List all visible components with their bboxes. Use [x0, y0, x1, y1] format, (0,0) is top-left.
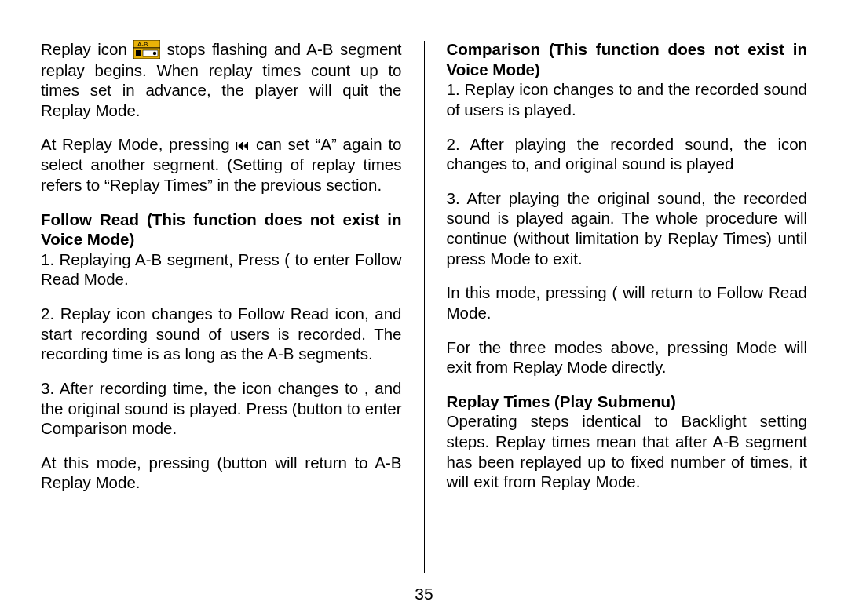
svg-rect-3	[136, 50, 141, 56]
paragraph: 1. Replay icon changes to and the record…	[447, 79, 808, 119]
section-heading-replay-times: Replay Times (Play Submenu)	[447, 392, 808, 412]
text: Replay icon	[41, 40, 133, 58]
paragraph: 3. After recording time, the icon change…	[41, 378, 402, 439]
previous-track-icon: ⏮	[236, 137, 250, 155]
paragraph: For the three modes above, pressing Mode…	[447, 337, 808, 377]
manual-page: Replay icon A-B stops flashing and A-B s…	[0, 0, 848, 616]
paragraph: 2. Replay icon changes to Follow Read ic…	[41, 304, 402, 364]
right-column: Comparison (This function does not exist…	[425, 39, 808, 573]
replay-ab-icon: A-B	[133, 40, 160, 59]
page-number: 35	[0, 585, 848, 603]
paragraph: 2. After playing the recorded sound, the…	[447, 134, 808, 174]
section-heading-follow-read: Follow Read (This function does not exis…	[41, 210, 402, 250]
two-column-layout: Replay icon A-B stops flashing and A-B s…	[41, 39, 807, 573]
paragraph: Operating steps identical to Backlight s…	[447, 411, 808, 492]
paragraph: In this mode, pressing ( will return to …	[447, 282, 808, 323]
paragraph: 1. Replaying A-B segment, Press ( to ent…	[41, 250, 402, 290]
paragraph: At Replay Mode, pressing ⏮ can set “A” a…	[41, 134, 402, 195]
left-column: Replay icon A-B stops flashing and A-B s…	[41, 39, 424, 573]
paragraph: Replay icon A-B stops flashing and A-B s…	[41, 39, 402, 120]
svg-text:A-B: A-B	[137, 41, 148, 48]
text: At Replay Mode, pressing	[41, 135, 236, 153]
section-heading-comparison: Comparison (This function does not exist…	[447, 39, 808, 79]
paragraph: 3. After playing the original sound, the…	[447, 188, 808, 269]
paragraph: At this mode, pressing (button will retu…	[41, 453, 402, 493]
svg-point-5	[153, 51, 156, 54]
